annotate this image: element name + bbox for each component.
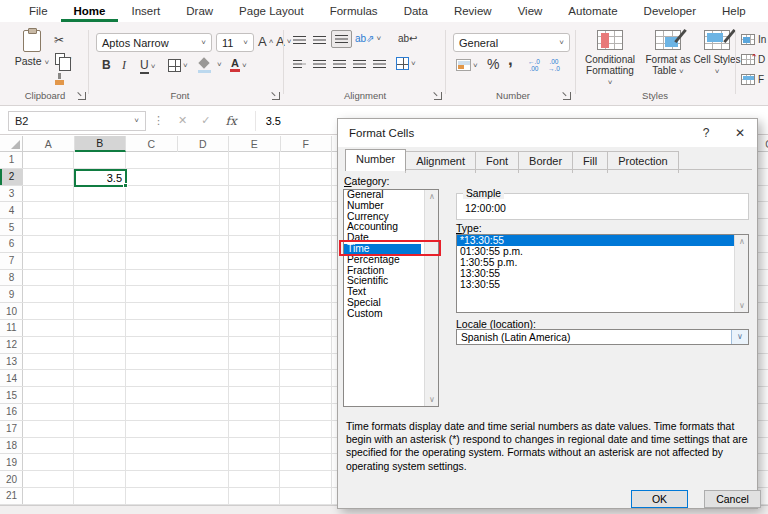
scroll-up-icon[interactable]: ∧ xyxy=(425,190,439,203)
cancel-entry-icon[interactable]: ✕ xyxy=(178,114,187,127)
insert-cells-button[interactable]: In xyxy=(741,34,768,45)
row-header-10[interactable]: 10 xyxy=(0,303,23,320)
row-header-12[interactable]: 12 xyxy=(0,337,23,354)
dialog-titlebar[interactable]: Format Cells ? ✕ xyxy=(338,119,757,147)
row-header-9[interactable]: 9 xyxy=(0,286,23,303)
delete-cells-button[interactable]: D xyxy=(741,54,768,65)
borders-button[interactable]: ˅ xyxy=(168,59,188,72)
clipboard-dialog-launcher[interactable] xyxy=(78,92,86,100)
ok-button[interactable]: OK xyxy=(631,490,688,508)
row-header-2[interactable]: 2 xyxy=(0,169,23,186)
select-all-corner[interactable] xyxy=(0,136,23,152)
column-header-b[interactable]: B xyxy=(75,136,127,152)
row-header-8[interactable]: 8 xyxy=(0,270,23,287)
fill-handle[interactable] xyxy=(123,183,128,188)
accounting-format-button[interactable]: ˅ xyxy=(456,59,478,71)
type-listbox[interactable]: *13:30:5501:30:55 p.m.1:30:55 p.m.13:30:… xyxy=(456,234,749,313)
scroll-down-icon[interactable]: ∨ xyxy=(735,299,749,312)
center-button[interactable] xyxy=(313,59,326,69)
font-dialog-launcher[interactable] xyxy=(272,92,280,100)
middle-align-button[interactable] xyxy=(313,35,326,45)
scroll-down-icon[interactable]: ∨ xyxy=(425,393,439,406)
merge-center-button[interactable]: ˅ xyxy=(396,57,416,70)
active-cell-b2[interactable]: 3.5 xyxy=(74,169,127,188)
row-header-7[interactable]: 7 xyxy=(0,253,23,270)
wrap-text-button[interactable]: ab↩ xyxy=(398,33,418,44)
percent-style-button[interactable]: % xyxy=(487,56,499,72)
cut-button[interactable]: ✂ xyxy=(54,33,64,47)
menu-tab-developer[interactable]: Developer xyxy=(631,1,709,22)
font-color-button[interactable]: A ˅ xyxy=(230,58,247,72)
menu-tab-help[interactable]: Help xyxy=(709,1,759,22)
type-item-2[interactable]: 1:30:55 p.m. xyxy=(457,257,734,268)
row-header-6[interactable]: 6 xyxy=(0,236,23,253)
orientation-button[interactable]: ab⇗ ˅ xyxy=(355,33,381,44)
align-right-button[interactable] xyxy=(333,59,346,69)
bottom-align-button[interactable] xyxy=(331,30,352,48)
formula-bar-value[interactable]: 3.5 xyxy=(255,111,281,131)
increase-decimal-button[interactable]: ←.0 .00 xyxy=(528,59,540,72)
name-box[interactable]: B2 ˅ xyxy=(8,111,146,131)
row-header-11[interactable]: 11 xyxy=(0,320,23,337)
column-header-a[interactable]: A xyxy=(23,136,75,152)
row-header-17[interactable]: 17 xyxy=(0,421,23,438)
type-item-3[interactable]: 13:30:55 xyxy=(457,268,734,279)
category-item-number[interactable]: Number xyxy=(344,201,421,212)
cancel-button[interactable]: Cancel xyxy=(704,490,761,508)
row-header-20[interactable]: 20 xyxy=(0,471,23,488)
menu-tab-formulas[interactable]: Formulas xyxy=(317,1,391,22)
menu-tab-page-layout[interactable]: Page Layout xyxy=(226,1,317,22)
align-left-button[interactable] xyxy=(293,59,306,69)
menu-tab-draw[interactable]: Draw xyxy=(173,1,226,22)
number-dialog-launcher[interactable] xyxy=(563,92,571,100)
row-header-19[interactable]: 19 xyxy=(0,454,23,471)
alignment-dialog-launcher[interactable] xyxy=(434,92,442,100)
column-header-e[interactable]: E xyxy=(229,136,281,152)
decrease-indent-button[interactable] xyxy=(353,59,366,69)
category-item-custom[interactable]: Custom xyxy=(344,309,421,320)
row-header-4[interactable]: 4 xyxy=(0,202,23,219)
category-scrollbar[interactable]: ∧ ∨ xyxy=(424,190,438,406)
copy-button[interactable]: ˅ xyxy=(55,53,72,65)
enter-entry-icon[interactable]: ✓ xyxy=(201,114,210,127)
locale-dropdown[interactable]: Spanish (Latin America) ∨ xyxy=(456,329,749,345)
comma-style-button[interactable]: , xyxy=(508,50,513,70)
paste-button[interactable]: Paste ˅ xyxy=(14,30,50,88)
row-header-18[interactable]: 18 xyxy=(0,438,23,455)
menu-tab-insert[interactable]: Insert xyxy=(118,1,173,22)
menu-tab-file[interactable]: File xyxy=(16,1,61,22)
type-item-1[interactable]: 01:30:55 p.m. xyxy=(457,246,734,257)
format-cells-button[interactable]: F xyxy=(741,74,768,85)
menu-tab-automate[interactable]: Automate xyxy=(555,1,630,22)
type-item-4[interactable]: 13:30:55 xyxy=(457,279,734,290)
row-header-16[interactable]: 16 xyxy=(0,404,23,421)
underline-button[interactable]: U ˅ xyxy=(140,58,155,74)
type-item-0[interactable]: *13:30:55 xyxy=(457,235,734,246)
format-as-table-button[interactable]: Format as Table ˅ xyxy=(641,30,695,77)
category-item-percentage[interactable]: Percentage xyxy=(344,255,421,266)
row-headers[interactable]: 12345678910111213141516171819202122 xyxy=(0,152,23,505)
close-icon[interactable]: ✕ xyxy=(723,126,757,140)
decrease-decimal-button[interactable]: .00 →.0 xyxy=(548,59,560,72)
menu-tab-data[interactable]: Data xyxy=(391,1,441,22)
column-header-d[interactable]: D xyxy=(178,136,230,152)
row-header-21[interactable]: 21 xyxy=(0,488,23,505)
bold-button[interactable]: B xyxy=(102,58,111,72)
chevron-down-icon[interactable]: ∨ xyxy=(731,330,748,344)
row-header-15[interactable]: 15 xyxy=(0,387,23,404)
format-painter-button[interactable] xyxy=(55,73,64,85)
conditional-formatting-button[interactable]: Conditional Formatting ˅ xyxy=(583,30,637,88)
top-align-button[interactable] xyxy=(293,35,306,45)
insert-function-icon[interactable]: fx xyxy=(225,114,236,128)
menu-tab-review[interactable]: Review xyxy=(441,1,505,22)
row-header-3[interactable]: 3 xyxy=(0,186,23,203)
scroll-up-icon[interactable]: ∧ xyxy=(735,235,749,248)
type-scrollbar[interactable]: ∧ ∨ xyxy=(734,235,748,312)
font-size-combo[interactable]: 11 ˅ xyxy=(216,33,254,52)
row-header-13[interactable]: 13 xyxy=(0,354,23,371)
menu-tab-home[interactable]: Home xyxy=(61,1,119,22)
increase-indent-button[interactable] xyxy=(373,59,386,69)
category-listbox[interactable]: GeneralNumberCurrencyAccountingDateTimeP… xyxy=(343,189,439,407)
row-header-14[interactable]: 14 xyxy=(0,370,23,387)
dialog-tab-number[interactable]: Number xyxy=(345,149,406,171)
